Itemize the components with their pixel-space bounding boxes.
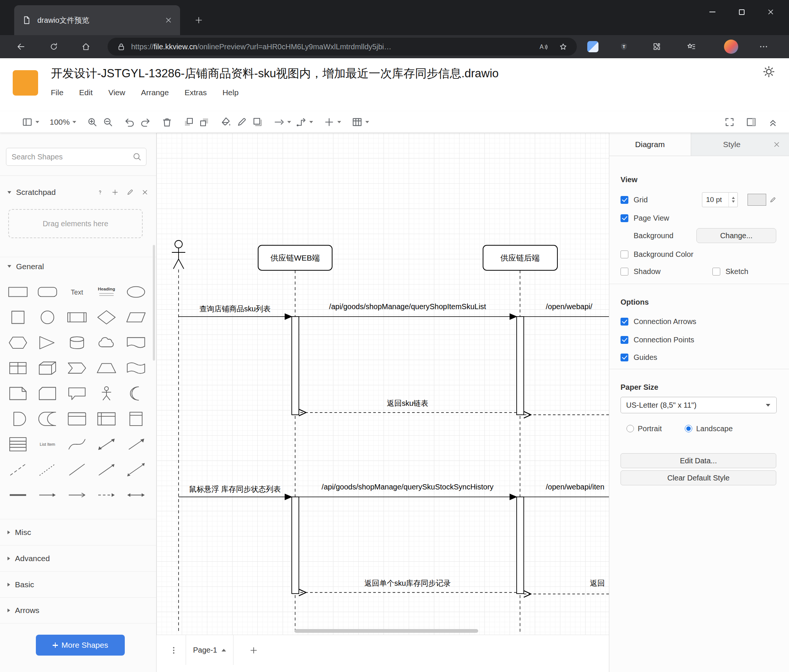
delete-button[interactable] bbox=[161, 115, 172, 129]
shape-horizontal-double-arrow[interactable] bbox=[121, 483, 151, 508]
favorites-hub-icon[interactable] bbox=[683, 38, 700, 55]
browser-tab[interactable]: drawio文件预览 bbox=[14, 5, 180, 35]
section-arrows[interactable]: Arrows bbox=[0, 597, 156, 623]
shape-thin-arrow[interactable] bbox=[62, 483, 91, 508]
shape-container[interactable] bbox=[62, 406, 91, 432]
menu-help[interactable]: Help bbox=[222, 88, 238, 97]
tab-diagram[interactable]: Diagram bbox=[609, 133, 691, 156]
label-return-clipped[interactable]: 返回 bbox=[590, 579, 605, 587]
home-button[interactable] bbox=[78, 38, 94, 55]
theme-toggle-icon[interactable] bbox=[762, 65, 776, 78]
shape-cylinder[interactable] bbox=[62, 330, 91, 355]
search-shapes-input[interactable] bbox=[6, 148, 147, 166]
lifeline-web-box[interactable]: 供应链WEB端 bbox=[258, 245, 332, 270]
refresh-button[interactable] bbox=[46, 38, 62, 55]
shape-triangle[interactable] bbox=[32, 330, 62, 355]
shape-rectangle[interactable] bbox=[3, 279, 32, 305]
lifeline-backend-label[interactable]: 供应链后端 bbox=[500, 253, 540, 262]
lifeline-backend-box[interactable]: 供应链后端 bbox=[483, 245, 557, 270]
redo-button[interactable] bbox=[140, 115, 151, 129]
tab-style[interactable]: Style bbox=[691, 133, 773, 156]
lock-icon[interactable] bbox=[117, 42, 126, 51]
section-advanced[interactable]: Advanced bbox=[0, 545, 156, 571]
drawing-canvas[interactable]: 供应链WEB端 供应链后端 bbox=[157, 133, 609, 635]
zoom-level-button[interactable]: 100% bbox=[50, 115, 76, 129]
back-button[interactable] bbox=[13, 38, 29, 55]
canvas-horizontal-scrollbar[interactable] bbox=[294, 629, 478, 633]
new-tab-button[interactable] bbox=[190, 12, 207, 29]
url-text[interactable]: https://file.kkview.cn/onlinePreview?url… bbox=[131, 43, 391, 51]
shape-and[interactable] bbox=[3, 406, 32, 432]
grid-size-input[interactable] bbox=[702, 195, 724, 204]
stepper-up-icon[interactable] bbox=[732, 197, 735, 199]
scratchpad-dropzone[interactable]: Drag elements here bbox=[8, 209, 143, 238]
browser-menu-icon[interactable] bbox=[755, 38, 772, 55]
section-basic[interactable]: Basic bbox=[0, 571, 156, 597]
shape-card[interactable] bbox=[32, 381, 62, 406]
waypoints-button[interactable] bbox=[295, 115, 313, 129]
extensions-puzzle-icon[interactable] bbox=[648, 38, 665, 55]
undo-button[interactable] bbox=[124, 115, 135, 129]
stepper-down-icon[interactable] bbox=[732, 201, 735, 203]
actor-figure[interactable] bbox=[172, 240, 185, 269]
zoom-in-button[interactable] bbox=[87, 115, 98, 129]
profile-avatar[interactable] bbox=[724, 40, 738, 54]
more-shapes-button[interactable]: More Shapes bbox=[36, 635, 125, 656]
grid-checkbox[interactable] bbox=[621, 196, 628, 204]
activation-backend-2[interactable] bbox=[517, 497, 524, 594]
shape-circle[interactable] bbox=[32, 305, 62, 330]
shape-parallelogram[interactable] bbox=[121, 305, 151, 330]
shape-text[interactable]: Text bbox=[62, 279, 91, 305]
line-color-button[interactable] bbox=[236, 115, 247, 129]
menu-edit[interactable]: Edit bbox=[79, 88, 93, 97]
view-mode-button[interactable] bbox=[22, 115, 39, 129]
portrait-option[interactable]: Portrait bbox=[626, 425, 661, 433]
connection-points-checkbox[interactable] bbox=[621, 336, 628, 344]
paper-size-select[interactable]: US-Letter (8,5" x 11") bbox=[621, 397, 777, 413]
shape-internal-storage[interactable] bbox=[92, 406, 121, 432]
format-panel-close-icon[interactable] bbox=[773, 133, 789, 156]
collapse-toolbar-button[interactable] bbox=[767, 115, 779, 129]
shape-bidirectional-arrow[interactable] bbox=[92, 432, 121, 457]
section-general[interactable]: General bbox=[0, 257, 156, 275]
label-query-sku[interactable]: 查询店铺商品sku列表 bbox=[199, 305, 270, 313]
shape-note[interactable] bbox=[3, 381, 32, 406]
to-back-button[interactable] bbox=[199, 115, 210, 129]
label-return-sync-record[interactable]: 返回单个sku库存同步记录 bbox=[364, 579, 450, 587]
fill-color-button[interactable] bbox=[220, 115, 232, 129]
label-return-sku-list[interactable]: 返回sku链表 bbox=[387, 399, 428, 407]
label-api-sku-list[interactable]: /api/goods/shopManage/queryShopItemSkuLi… bbox=[329, 303, 486, 311]
return-arrows[interactable] bbox=[299, 412, 609, 594]
shape-diamond[interactable] bbox=[92, 305, 121, 330]
section-misc[interactable]: Misc bbox=[0, 519, 156, 545]
portrait-radio[interactable] bbox=[626, 425, 634, 432]
lifeline-web-label[interactable]: 供应链WEB端 bbox=[270, 253, 320, 262]
page-tab[interactable]: Page-1 bbox=[186, 635, 233, 665]
label-api-sync-history[interactable]: /api/goods/shopManage/querySkuStockSyncH… bbox=[322, 483, 494, 491]
zoom-out-button[interactable] bbox=[102, 115, 113, 129]
guides-checkbox[interactable] bbox=[621, 354, 628, 361]
edit-data-button[interactable]: Edit Data... bbox=[621, 453, 776, 468]
scratchpad-header[interactable]: Scratchpad bbox=[0, 184, 156, 201]
pages-menu-icon[interactable] bbox=[166, 635, 181, 666]
landscape-option[interactable]: Landscape bbox=[685, 425, 733, 433]
shape-dashed-line[interactable] bbox=[3, 457, 32, 483]
read-aloud-icon[interactable]: A bbox=[539, 42, 548, 51]
shape-or[interactable] bbox=[121, 381, 151, 406]
shape-table[interactable] bbox=[3, 355, 32, 381]
menu-arrange[interactable]: Arrange bbox=[141, 88, 169, 97]
window-close-button[interactable] bbox=[756, 3, 785, 21]
shape-double-line-arrow[interactable] bbox=[121, 457, 151, 483]
minimize-button[interactable] bbox=[698, 3, 727, 21]
add-page-button[interactable] bbox=[243, 635, 264, 666]
shape-actor[interactable] bbox=[92, 381, 121, 406]
background-color-checkbox[interactable] bbox=[621, 250, 628, 258]
label-open-webapi-1[interactable]: /open/webapi/ bbox=[546, 303, 593, 311]
shield-t-extension-icon[interactable]: T bbox=[616, 38, 632, 55]
address-bar[interactable]: https://file.kkview.cn/onlinePreview?url… bbox=[108, 38, 577, 56]
shape-diagonal-arrow[interactable] bbox=[121, 432, 151, 457]
shape-callout[interactable] bbox=[62, 381, 91, 406]
shape-curve[interactable] bbox=[62, 432, 91, 457]
activation-web-1[interactable] bbox=[292, 317, 299, 415]
shape-tape[interactable] bbox=[121, 355, 151, 381]
